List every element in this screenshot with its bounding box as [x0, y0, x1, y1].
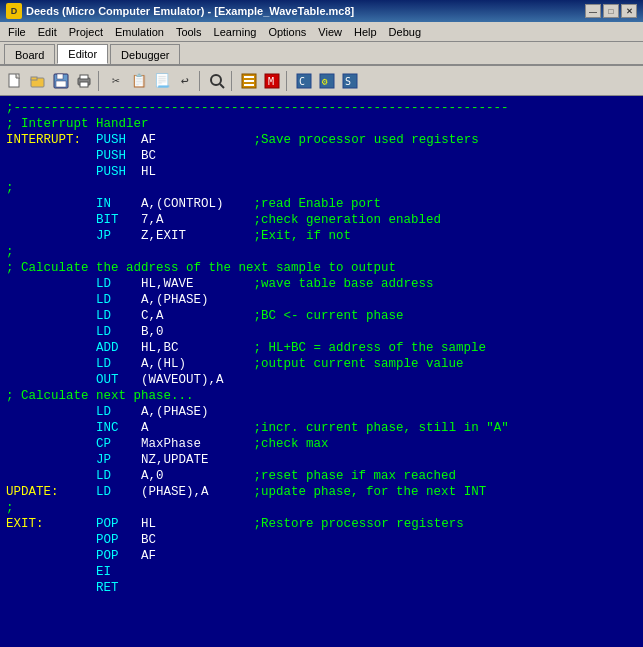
svg-rect-8: [80, 82, 88, 87]
print-button[interactable]: [73, 70, 95, 92]
svg-rect-5: [56, 81, 66, 87]
svg-point-9: [211, 75, 221, 85]
separator-4: [286, 71, 290, 91]
svg-text:⚙: ⚙: [321, 76, 328, 87]
menu-edit[interactable]: Edit: [32, 24, 63, 40]
menu-view[interactable]: View: [312, 24, 348, 40]
separator-3: [231, 71, 235, 91]
btn5[interactable]: [238, 70, 260, 92]
menu-options[interactable]: Options: [262, 24, 312, 40]
separator-1: [98, 71, 102, 91]
menu-help[interactable]: Help: [348, 24, 383, 40]
new-button[interactable]: [4, 70, 26, 92]
btn8[interactable]: ⚙: [316, 70, 338, 92]
svg-rect-4: [57, 74, 63, 79]
svg-rect-13: [244, 80, 254, 82]
close-button[interactable]: ✕: [621, 4, 637, 18]
svg-line-10: [220, 84, 224, 88]
btn7[interactable]: C: [293, 70, 315, 92]
paste-button[interactable]: 📃: [151, 70, 173, 92]
menu-tools[interactable]: Tools: [170, 24, 208, 40]
cut-button[interactable]: ✂: [105, 70, 127, 92]
menu-bar: File Edit Project Emulation Tools Learni…: [0, 22, 643, 42]
separator-2: [199, 71, 203, 91]
title-bar: D Deeds (Micro Computer Emulator) - [Exa…: [0, 0, 643, 22]
tab-editor[interactable]: Editor: [57, 44, 108, 64]
svg-text:C: C: [299, 76, 305, 87]
menu-emulation[interactable]: Emulation: [109, 24, 170, 40]
btn6[interactable]: M: [261, 70, 283, 92]
svg-text:M: M: [268, 76, 274, 87]
save-button[interactable]: [50, 70, 72, 92]
editor-container[interactable]: ;---------------------------------------…: [0, 96, 643, 647]
undo-button[interactable]: ↩: [174, 70, 196, 92]
svg-text:S: S: [345, 76, 351, 87]
title-text: Deeds (Micro Computer Emulator) - [Examp…: [26, 5, 585, 17]
tab-board[interactable]: Board: [4, 44, 55, 64]
svg-rect-12: [244, 76, 254, 78]
maximize-button[interactable]: □: [603, 4, 619, 18]
svg-rect-14: [244, 84, 254, 86]
copy-button[interactable]: 📋: [128, 70, 150, 92]
btn9[interactable]: S: [339, 70, 361, 92]
tab-debugger[interactable]: Debugger: [110, 44, 180, 64]
minimize-button[interactable]: —: [585, 4, 601, 18]
svg-rect-2: [31, 77, 37, 80]
svg-rect-7: [80, 75, 88, 79]
editor-content[interactable]: ;---------------------------------------…: [6, 100, 637, 596]
find-button[interactable]: [206, 70, 228, 92]
menu-learning[interactable]: Learning: [208, 24, 263, 40]
window-controls[interactable]: — □ ✕: [585, 4, 637, 18]
tab-bar: Board Editor Debugger: [0, 42, 643, 66]
menu-file[interactable]: File: [2, 24, 32, 40]
app-icon: D: [6, 3, 22, 19]
menu-debug[interactable]: Debug: [383, 24, 427, 40]
toolbar: ✂ 📋 📃 ↩ M C ⚙ S: [0, 66, 643, 96]
open-button[interactable]: [27, 70, 49, 92]
menu-project[interactable]: Project: [63, 24, 109, 40]
